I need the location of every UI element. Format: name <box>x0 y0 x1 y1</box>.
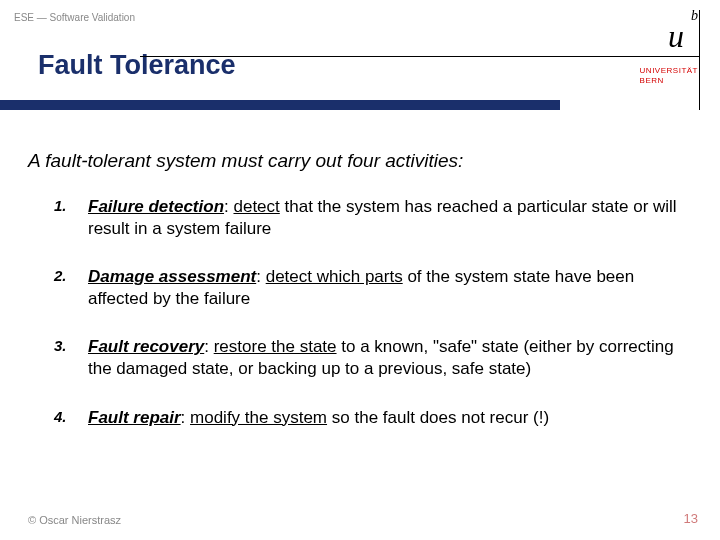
course-tag: ESE — Software Validation <box>14 12 135 23</box>
lead-sentence: A fault-tolerant system must carry out f… <box>28 150 680 172</box>
slide-title: Fault Tolerance <box>38 50 236 81</box>
list-item: 4. Fault repair: modify the system so th… <box>54 407 680 429</box>
item-term: Failure detection <box>88 197 224 216</box>
item-emphasis: restore the state <box>214 337 337 356</box>
item-number: 3. <box>54 336 88 380</box>
list-item: 2. Damage assessment: detect which parts… <box>54 266 680 310</box>
item-number: 1. <box>54 196 88 240</box>
list-item: 1. Failure detection: detect that the sy… <box>54 196 680 240</box>
item-number: 4. <box>54 407 88 429</box>
item-number: 2. <box>54 266 88 310</box>
logo-vertical-rule <box>699 10 700 110</box>
footer-copyright: © Oscar Nierstrasz <box>28 514 121 526</box>
university-logo: b u UNIVERSITÄT BERN <box>600 0 720 120</box>
item-emphasis: detect <box>233 197 279 216</box>
item-text: Fault recovery: restore the state to a k… <box>88 336 680 380</box>
item-emphasis: modify the system <box>190 408 327 427</box>
item-term: Damage assessment <box>88 267 256 286</box>
activity-list: 1. Failure detection: detect that the sy… <box>54 196 680 429</box>
item-text: Failure detection: detect that the syste… <box>88 196 680 240</box>
page-number: 13 <box>684 511 698 526</box>
item-term: Fault repair <box>88 408 181 427</box>
slide-body: A fault-tolerant system must carry out f… <box>28 150 680 455</box>
item-rest: so the fault does not recur (!) <box>327 408 549 427</box>
logo-line2: BERN <box>640 76 664 85</box>
title-accent-bar <box>0 100 560 110</box>
item-term: Fault recovery <box>88 337 204 356</box>
item-text: Damage assessment: detect which parts of… <box>88 266 680 310</box>
logo-superscript-b: b <box>691 8 698 24</box>
logo-university-text: UNIVERSITÄT BERN <box>640 66 698 87</box>
logo-line1: UNIVERSITÄT <box>640 66 698 75</box>
slide: ESE — Software Validation Fault Toleranc… <box>0 0 720 540</box>
list-item: 3. Fault recovery: restore the state to … <box>54 336 680 380</box>
item-emphasis: detect which parts <box>266 267 403 286</box>
logo-letter-u: u <box>668 18 684 55</box>
item-text: Fault repair: modify the system so the f… <box>88 407 549 429</box>
